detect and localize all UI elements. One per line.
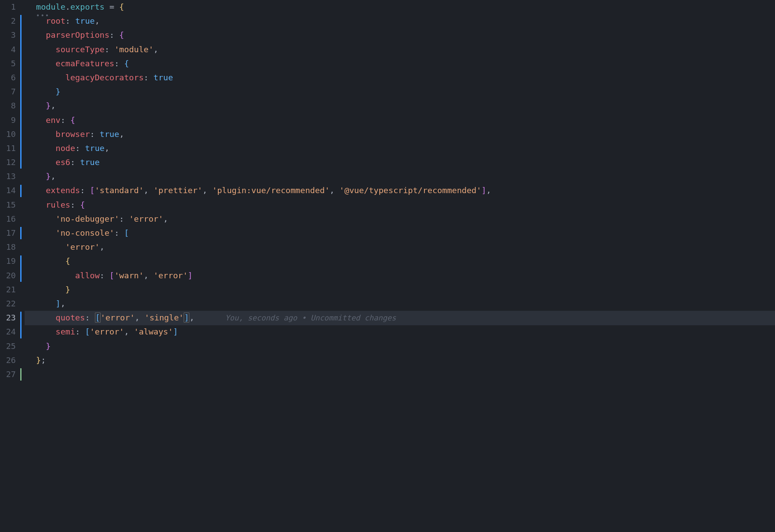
line-number[interactable]: 2 [0,14,16,28]
code-token: [ [124,228,129,237]
code-token: , [51,101,55,110]
line-number[interactable]: 17 [0,226,16,240]
code-token: 'error' [90,327,124,336]
line-number[interactable]: 22 [0,297,16,311]
line-number[interactable]: 5 [0,57,16,71]
code-token: { [119,2,124,11]
code-token: } [36,356,41,365]
code-token: true [100,129,120,139]
code-token: , [105,144,109,153]
code-token: { [119,30,124,40]
code-token: : [85,313,94,322]
line-number[interactable]: 3 [0,28,16,42]
code-token: node [56,144,76,153]
line-number[interactable]: 23 [0,311,16,325]
code-token: { [124,59,129,68]
code-token: ] [188,271,192,280]
line-number[interactable]: 7 [0,85,16,99]
code-token: browser [56,129,90,139]
line-number[interactable]: 16 [0,212,16,226]
code-token: { [70,115,75,125]
code-token: module [36,2,65,11]
code-token: : [105,45,114,54]
code-token: 'warn' [114,271,144,280]
code-token: 'error' [129,214,163,223]
code-token: 'plugin:vue/recommended' [212,186,330,195]
code-token: : [114,228,124,237]
code-token: = [105,2,119,11]
line-number[interactable]: 13 [0,169,16,183]
line-number[interactable]: 19 [0,254,16,268]
diff-bar [20,312,22,338]
code-token: : [109,30,119,40]
code-token: , [124,327,134,336]
code-token: rules [46,200,70,209]
code-token: allow [75,271,100,280]
code-token: 'prettier' [153,186,202,195]
ellipsis-hint: ••• [36,12,50,19]
code-token: true [80,158,100,167]
code-token: [ [95,313,101,323]
code-token: 'error' [65,242,100,252]
code-token: : [119,214,129,223]
code-token: : [90,129,100,139]
code-token: env [46,115,60,125]
code-token: } [56,87,61,96]
line-number[interactable]: 14 [0,183,16,198]
code-token: } [46,172,51,181]
code-token: 'error' [101,313,135,322]
line-number[interactable]: 11 [0,141,16,155]
line-number[interactable]: 4 [0,43,16,57]
code-token: , [119,129,124,139]
code-token: ecmaFeatures [56,59,115,68]
code-token: , [203,186,212,195]
line-number[interactable]: 26 [0,353,16,367]
diff-gutter [20,0,25,532]
code-token: 'module' [114,45,153,54]
code-token: : [114,59,124,68]
line-number[interactable]: 9 [0,113,16,127]
line-number[interactable]: 8 [0,99,16,113]
line-number[interactable]: 25 [0,339,16,353]
diff-bar [20,255,22,282]
line-number[interactable]: 12 [0,155,16,169]
code-token: ] [173,327,178,336]
code-token: legacyDecorators [65,73,144,82]
line-number[interactable]: 18 [0,240,16,254]
code-token: ] [184,313,189,323]
diff-bar [20,15,22,169]
code-token: , [144,186,153,195]
line-number[interactable]: 15 [0,198,16,212]
code-token: [ [90,186,95,195]
code-editor[interactable]: 1234567891011121314151617181920212223242… [0,0,775,532]
line-number[interactable]: 6 [0,71,16,85]
code-token: [ [109,271,114,280]
code-token: , [330,186,339,195]
code-token: sourceType [56,45,105,54]
line-number-gutter[interactable]: 1234567891011121314151617181920212223242… [0,0,20,532]
line-number[interactable]: 24 [0,325,16,339]
line-number[interactable]: 1 [0,0,16,14]
line-number[interactable]: 20 [0,269,16,283]
code-token: ; [41,356,46,365]
code-token: } [46,341,51,351]
code-token: , [486,186,491,195]
diff-bar [20,368,22,381]
code-token: quotes [56,313,85,322]
code-token: 'error' [153,271,188,280]
code-token: 'single' [145,313,184,322]
code-token: 'no-debugger' [56,214,120,223]
code-token: , [61,299,65,308]
code-token: es6 [56,158,70,167]
code-token: true [85,144,105,153]
code-token: : [100,271,109,280]
line-number[interactable]: 21 [0,283,16,297]
line-number[interactable]: 10 [0,127,16,141]
code-area[interactable]: ••• module.exports = { root: true, parse… [25,0,775,532]
diff-bar [20,185,22,197]
diff-bar [20,227,22,239]
code-token: [ [85,327,90,336]
gitlens-annotation: You, seconds ago • Uncommitted changes [225,313,396,322]
line-number[interactable]: 27 [0,367,16,381]
code-token: { [80,200,85,209]
